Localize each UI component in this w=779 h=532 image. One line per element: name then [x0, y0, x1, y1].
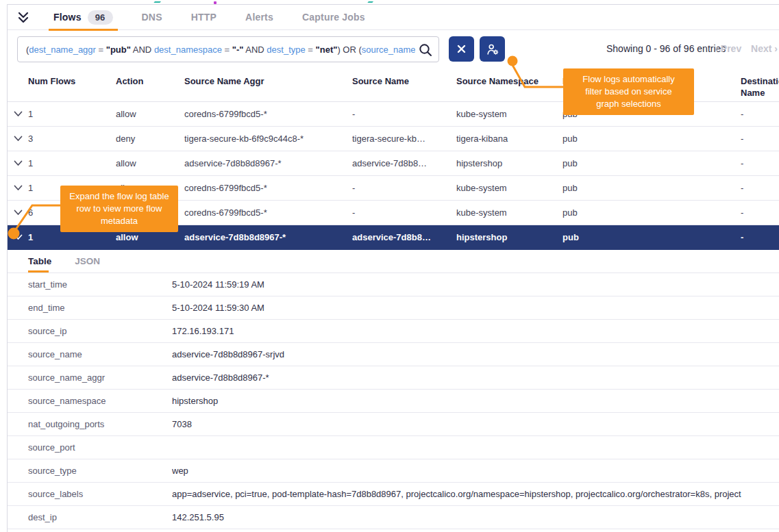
column-header-num-flows: Num Flows: [28, 69, 116, 88]
flow-cell-source-name-aggr: coredns-6799fbcd5-*: [184, 109, 352, 119]
tooltip-line: filter based on service: [567, 86, 690, 98]
detail-value: adservice-7d8b8d8967-srjvd: [172, 349, 779, 359]
flow-cell-dest-name-aggr: pub: [562, 134, 741, 144]
detail-row-source-port: source_port: [8, 436, 779, 459]
flow-cell-source-name-aggr: tigera-secure-kb-6f9c9c44c8-*: [184, 134, 352, 144]
flow-cell-num-flows: 1: [28, 232, 116, 242]
detail-row-source-type: source_typewep: [8, 459, 779, 483]
query-segment-value: "-": [232, 45, 244, 55]
person-gear-icon: [486, 42, 499, 56]
tab-label: Alerts: [245, 12, 273, 23]
detail-field-list: start_time5-10-2024 11:59:19 AMend_time5…: [8, 273, 779, 529]
flow-cell-action: allow: [116, 232, 184, 242]
detail-value: adservice-7d8b8d8967-*: [172, 372, 779, 383]
row-expander[interactable]: [8, 183, 28, 193]
flow-cell-dest-name-aggr: pub: [562, 158, 741, 168]
detail-key: source_name: [28, 349, 172, 359]
tooltip-line: graph selections: [567, 98, 690, 110]
log-tabs: Flows96DNSHTTPAlertsCapture Jobs: [39, 5, 380, 29]
tab-dns[interactable]: DNS: [127, 5, 177, 29]
detail-tab-table[interactable]: Table: [28, 250, 51, 273]
row-expander[interactable]: [8, 134, 28, 144]
column-header-action: Action: [116, 69, 184, 88]
flow-table-row[interactable]: 3denytigera-secure-kb-6f9c9c44c8-*tigera…: [8, 127, 779, 151]
flow-cell-action: allow: [116, 109, 184, 119]
detail-row-source-labels: source_labelsapp=adservice, pci=true, po…: [8, 483, 779, 506]
detail-value: 172.16.193.171: [172, 326, 779, 336]
filter-tooltip: Flow logs automatically filter based on …: [563, 68, 694, 115]
flow-cell-action: deny: [116, 134, 184, 144]
chevron-down-icon: [14, 232, 23, 242]
tab-capture-jobs[interactable]: Capture Jobs: [288, 5, 380, 29]
query-segment-value: "pub": [106, 45, 131, 55]
query-segment-op: =: [222, 45, 232, 55]
row-expander[interactable]: [8, 207, 28, 218]
flow-cell-action: allow: [116, 158, 184, 168]
detail-value: hipstershop: [172, 396, 779, 406]
flow-cell-source-namespace: kube-system: [456, 109, 562, 119]
chevron-down-icon: [14, 158, 23, 168]
user-settings-button[interactable]: [480, 36, 505, 62]
detail-key: source_name_aggr: [28, 372, 172, 383]
flow-cell-source-name: adservice-7d8b8…: [352, 232, 456, 242]
tab-label: Capture Jobs: [302, 12, 365, 23]
query-segment-op: =: [96, 45, 106, 55]
tab-http[interactable]: HTTP: [177, 5, 231, 29]
query-segment-op: =: [306, 45, 316, 55]
flow-cell-num-flows: 3: [28, 134, 116, 144]
detail-row-source-name-aggr: source_name_aggradservice-7d8b8d8967-*: [8, 366, 779, 390]
chevron-down-icon: [14, 134, 23, 144]
search-icon[interactable]: [418, 42, 433, 60]
filter-query-input[interactable]: (dest_name_aggr = "pub" AND dest_namespa…: [17, 36, 439, 62]
column-header-source-name: Source Name: [352, 69, 456, 88]
collapse-panel-button[interactable]: [8, 12, 39, 23]
column-header-source-namespace: Source Namespace: [456, 69, 562, 88]
flow-cell-source-namespace: kube-system: [456, 207, 562, 218]
detail-row-nat-outgoing-ports: nat_outgoing_ports7038: [8, 413, 779, 436]
detail-value: 142.251.5.95: [172, 512, 779, 522]
detail-key: source_labels: [28, 489, 172, 499]
column-header-source-name-aggr: Source Name Aggr: [184, 69, 352, 88]
row-expander[interactable]: [8, 158, 28, 168]
detail-key: end_time: [28, 303, 172, 313]
detail-row-source-namespace: source_namespacehipstershop: [8, 390, 779, 413]
clear-filter-button[interactable]: [449, 36, 474, 62]
detail-value: 7038: [172, 419, 779, 429]
tooltip-line: row to view more flow: [64, 203, 174, 215]
row-expander[interactable]: [8, 232, 28, 242]
tab-alerts[interactable]: Alerts: [231, 5, 288, 29]
flow-cell-dest-name: -: [741, 232, 779, 242]
detail-tab-bar: TableJSON: [8, 250, 779, 273]
flow-cell-dest-name: -: [741, 134, 779, 144]
row-expander[interactable]: [8, 109, 28, 119]
prev-page-button[interactable]: ‹ Prev: [715, 43, 741, 54]
tab-label: HTTP: [191, 12, 217, 23]
filter-query-text: (dest_name_aggr = "pub" AND dest_namespa…: [26, 45, 415, 55]
flow-cell-source-name: tigera-secure-kb…: [352, 134, 456, 144]
flow-cell-source-name-aggr: coredns-6799fbcd5-*: [184, 207, 352, 218]
detail-value: wep: [172, 466, 779, 476]
detail-key: source_type: [28, 466, 172, 476]
filter-bar: (dest_name_aggr = "pub" AND dest_namespa…: [8, 31, 779, 69]
double-chevron-down-icon: [17, 12, 29, 23]
flow-cell-dest-name-aggr: pub: [562, 207, 741, 218]
next-page-button[interactable]: Next ›: [751, 43, 778, 54]
flow-cell-source-name: -: [352, 183, 456, 193]
flow-cell-num-flows: 1: [28, 109, 116, 119]
flow-cell-source-namespace: tigera-kibana: [456, 134, 562, 144]
detail-tab-json[interactable]: JSON: [75, 250, 100, 273]
flow-cell-num-flows: 1: [28, 158, 116, 168]
flow-cell-source-name-aggr: adservice-7d8b8d8967-*: [184, 232, 352, 242]
tab-count-badge: 96: [88, 10, 113, 25]
flow-cell-source-name: adservice-7d8b8…: [352, 158, 456, 168]
flow-cell-source-name: -: [352, 207, 456, 218]
chevron-down-icon: [14, 207, 23, 218]
query-segment-punct: ) OR (: [337, 45, 361, 55]
flow-cell-dest-name: -: [741, 207, 779, 218]
flow-table-row[interactable]: 1allowadservice-7d8b8d8967-*adservice-7d…: [8, 151, 779, 176]
tooltip-line: Expand the flow log table: [64, 190, 174, 203]
tab-flows[interactable]: Flows96: [39, 5, 127, 29]
flow-cell-dest-name-aggr: pub: [562, 183, 741, 193]
flow-cell-dest-name: -: [741, 109, 779, 119]
query-segment-keyword: AND: [131, 45, 154, 55]
